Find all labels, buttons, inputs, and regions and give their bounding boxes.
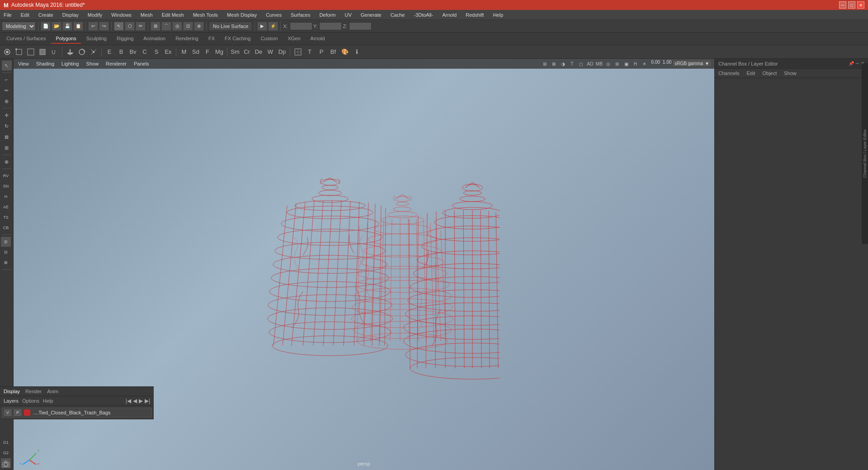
color-button[interactable]: 🎨 xyxy=(340,47,350,57)
extract-button[interactable]: Ex xyxy=(163,47,174,57)
select-tool-button[interactable]: ↖ xyxy=(114,22,124,31)
paint-select-button[interactable]: ✏ xyxy=(136,22,146,31)
le-back-icon[interactable]: ◀ xyxy=(133,398,137,404)
y-input[interactable] xyxy=(319,22,342,30)
separate-button[interactable]: S xyxy=(151,47,162,57)
new-file-button[interactable]: 📄 xyxy=(41,22,51,31)
menu-curves[interactable]: Curves xyxy=(264,11,283,19)
universal-mode-button[interactable]: ⊞ xyxy=(2,143,12,153)
rotate-mode-button[interactable]: ↻ xyxy=(2,121,12,131)
combine-button[interactable]: C xyxy=(139,47,150,57)
z-input[interactable] xyxy=(349,22,372,30)
menu-display[interactable]: Display xyxy=(61,11,80,19)
tab-curves-surfaces[interactable]: Curves / Surfaces xyxy=(2,34,50,44)
menu-modify[interactable]: Modify xyxy=(86,11,104,19)
subdivide-button[interactable]: Sd xyxy=(190,47,201,57)
select-vertex-button[interactable] xyxy=(14,47,24,57)
smooth-button[interactable]: Sm xyxy=(230,47,241,57)
tab-animation[interactable]: Animation xyxy=(139,34,170,44)
le-end-icon[interactable]: ▶| xyxy=(145,398,150,404)
layer-range-1-button[interactable]: ⊞ xyxy=(1,237,11,247)
menu-edit-mesh[interactable]: Edit Mesh xyxy=(160,11,186,19)
snap-live-button[interactable]: ⊕ xyxy=(194,22,204,31)
display-backface-button[interactable]: Bf xyxy=(328,47,339,57)
merge-button[interactable]: Mg xyxy=(214,47,225,57)
title-bar-controls[interactable]: ─ □ ✕ xyxy=(839,1,864,9)
menu-3dtall[interactable]: -3DtoAll- xyxy=(412,11,435,19)
menu-arnold[interactable]: Arnold xyxy=(440,11,458,19)
tool-settings-button[interactable]: TS xyxy=(1,212,11,222)
attribute-editor-button[interactable]: AE xyxy=(1,202,11,212)
menu-uv[interactable]: UV xyxy=(343,11,353,19)
close-button[interactable]: ✕ xyxy=(857,1,864,9)
camera-button[interactable] xyxy=(1,458,11,468)
menu-mesh[interactable]: Mesh xyxy=(139,11,155,19)
delete-edge-button[interactable]: De xyxy=(253,47,264,57)
open-file-button[interactable]: 📂 xyxy=(52,22,61,31)
menu-mesh-tools[interactable]: Mesh Tools xyxy=(191,11,220,19)
panel-minimize-icon[interactable]: ─ xyxy=(856,61,859,66)
le-tab-render[interactable]: Render xyxy=(25,389,42,394)
extrude-button[interactable]: E xyxy=(104,47,115,57)
menu-edit[interactable]: Edit xyxy=(19,11,31,19)
tab-fx[interactable]: FX xyxy=(204,34,219,44)
menu-generate[interactable]: Generate xyxy=(359,11,383,19)
maximize-button[interactable]: □ xyxy=(848,1,855,9)
menu-mesh-display[interactable]: Mesh Display xyxy=(225,11,259,19)
minimize-button[interactable]: ─ xyxy=(839,1,846,9)
cb-tab-edit[interactable]: Edit xyxy=(746,70,755,76)
tab-sculpting[interactable]: Sculpting xyxy=(82,34,111,44)
menu-redshift[interactable]: Redshift xyxy=(464,11,486,19)
lasso-mode-button[interactable]: ⌐ xyxy=(2,75,12,85)
select-edge-button[interactable] xyxy=(25,47,36,57)
tab-arnold[interactable]: Arnold xyxy=(306,34,330,44)
le-tab-anim[interactable]: Anim xyxy=(47,389,58,394)
bevel-button[interactable]: Bv xyxy=(127,47,138,57)
grid-disp-button[interactable]: G1 xyxy=(1,437,11,447)
move-mode-button[interactable]: ✛ xyxy=(2,110,12,120)
save-file-button[interactable]: 💾 xyxy=(62,22,72,31)
layer-range-3-button[interactable]: ⊠ xyxy=(1,258,11,268)
undo-button[interactable]: ↩ xyxy=(88,22,98,31)
le-play-icon[interactable]: ▶ xyxy=(139,398,143,404)
rotate-tool-button[interactable] xyxy=(76,47,87,57)
select-face-button[interactable] xyxy=(37,47,48,57)
workspace-dropdown[interactable]: Modeling xyxy=(2,22,36,31)
fps-button[interactable]: G2 xyxy=(1,448,11,458)
snap-settings-button[interactable]: SN xyxy=(1,181,11,191)
le-help-subtab[interactable]: Help xyxy=(43,398,53,404)
layer-color-swatch[interactable] xyxy=(24,409,30,416)
bridge-button[interactable]: B xyxy=(116,47,127,57)
menu-windows[interactable]: Windows xyxy=(109,11,133,19)
menu-file[interactable]: File xyxy=(2,11,14,19)
select-uvs-button[interactable]: U xyxy=(49,47,60,57)
le-layers-subtab[interactable]: Layers xyxy=(4,398,19,404)
channel-box-button[interactable]: CB xyxy=(1,223,11,233)
menu-deform[interactable]: Deform xyxy=(317,11,337,19)
mirror-button[interactable]: M xyxy=(179,47,189,57)
tab-xgen[interactable]: XGen xyxy=(283,34,305,44)
wedge-button[interactable]: W xyxy=(265,47,276,57)
menu-help[interactable]: Help xyxy=(491,11,505,19)
panel-pin-icon[interactable]: 📌 xyxy=(849,61,854,66)
scale-mode-button[interactable]: ⊠ xyxy=(2,132,12,142)
render-view-button[interactable]: RV xyxy=(1,171,11,181)
paint-ops-button[interactable]: ✏ xyxy=(2,85,12,95)
crease-button[interactable]: Cr xyxy=(241,47,252,57)
sculpt-button[interactable]: ⊛ xyxy=(2,96,12,106)
texture-button[interactable]: T xyxy=(304,47,315,57)
menu-cache[interactable]: Cache xyxy=(389,11,407,19)
select-mode-button[interactable]: ↖ xyxy=(2,61,12,70)
lasso-select-button[interactable]: ⬡ xyxy=(125,22,135,31)
uv-layout-button[interactable] xyxy=(292,47,303,57)
cb-tab-object[interactable]: Object xyxy=(762,70,777,76)
tab-polygons[interactable]: Polygons xyxy=(51,34,80,44)
save-as-button[interactable]: 📋 xyxy=(73,22,83,31)
layer-visibility-v[interactable]: V xyxy=(4,409,11,416)
select-object-button[interactable] xyxy=(2,47,13,57)
render-button[interactable]: ▶ xyxy=(257,22,267,31)
le-prev-icon[interactable]: |◀ xyxy=(126,398,131,404)
layer-range-2-button[interactable]: ⊟ xyxy=(1,247,11,257)
move-tool-button[interactable] xyxy=(65,47,75,57)
layer-visibility-p[interactable]: P xyxy=(14,409,21,416)
